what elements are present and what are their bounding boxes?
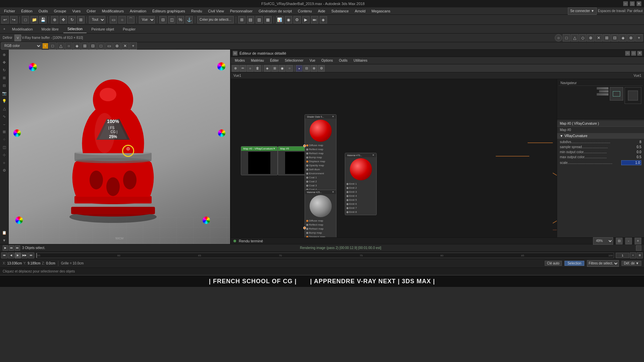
ch-icon7[interactable]: ⊟ xyxy=(89,42,97,50)
rotate-btn[interactable]: ↻ xyxy=(68,16,76,23)
menu-arnold[interactable]: Arnold xyxy=(352,8,368,14)
prev-frame-btn[interactable]: ◀ xyxy=(8,252,14,258)
se-connecter-btn[interactable]: Se connecter ▼ xyxy=(568,7,597,15)
menu-vues[interactable]: Vues xyxy=(69,8,83,14)
circle-select-btn[interactable]: ○ xyxy=(118,16,126,23)
tool-nurbs[interactable]: ⌣ xyxy=(1,120,8,128)
close-btn[interactable]: ✕ xyxy=(637,1,641,6)
render-all-btn[interactable]: ⏭ xyxy=(311,16,318,23)
rect-select-btn[interactable]: ▭ xyxy=(110,16,117,23)
tool-light[interactable]: 💡 xyxy=(1,97,8,105)
tool-scale[interactable]: ⊞ xyxy=(1,74,8,81)
mat-minimize-btn[interactable]: ─ xyxy=(625,51,630,56)
tool-helpers[interactable]: ⊹ xyxy=(1,151,8,159)
ch-icon2[interactable]: □ xyxy=(49,42,56,50)
tool-compound[interactable]: ⊞ xyxy=(1,128,8,135)
next-frame-btn[interactable]: ▶▶ xyxy=(21,252,28,258)
sb-icon1[interactable]: ▶ xyxy=(3,245,8,251)
icon5[interactable]: ⊕ xyxy=(587,34,594,42)
menu-animation[interactable]: Animation xyxy=(127,8,149,14)
zoom-out-btn[interactable]: - xyxy=(625,238,632,244)
selection-btn[interactable]: Selection xyxy=(565,261,584,266)
new-btn[interactable]: □ xyxy=(22,16,29,23)
open-btn[interactable]: 📁 xyxy=(31,16,38,23)
scale-input[interactable] xyxy=(621,160,641,165)
rgb-channel-dropdown[interactable]: RGB color xyxy=(1,42,42,50)
snap-btn[interactable]: ⊟ xyxy=(159,16,167,23)
tab-peupler[interactable]: Peupler xyxy=(119,25,140,33)
mat-tb-btn4[interactable]: 🗑 xyxy=(254,65,261,72)
menu-aide[interactable]: Aide xyxy=(315,8,328,14)
undo-btn[interactable]: ↩ xyxy=(1,16,9,23)
node1-close[interactable]: ✕ xyxy=(273,147,275,150)
icon3[interactable]: △ xyxy=(571,34,578,42)
tool-spline[interactable]: ∿ xyxy=(1,113,8,120)
mat-tb-btn3[interactable]: ⟐ xyxy=(247,65,254,72)
mat-tb-btn10[interactable]: ⊟ xyxy=(303,65,310,72)
menu-megascans[interactable]: Megascans xyxy=(369,8,393,14)
ch-icon11[interactable]: ✕ xyxy=(121,42,129,50)
frame-input[interactable] xyxy=(616,253,629,258)
tool-move[interactable]: ✥ xyxy=(1,59,8,66)
mat-tb-btn9[interactable]: ⬥ xyxy=(296,65,303,72)
timeline-btn1[interactable]: + xyxy=(630,252,636,258)
channel-icon1[interactable]: S xyxy=(42,43,48,49)
tab-peinture[interactable]: Peinture objet xyxy=(87,25,118,33)
align3-btn[interactable]: ▦ xyxy=(264,16,272,23)
mat-tb-btn1[interactable]: ⊕ xyxy=(232,65,239,72)
tab-modelisation[interactable]: Modélisation xyxy=(8,25,37,33)
vray-icon[interactable]: V xyxy=(14,35,21,41)
mat-editor-btn[interactable]: ◉ xyxy=(285,16,292,23)
vue-dropdown[interactable]: Vue xyxy=(139,16,155,23)
play-fwd-btn[interactable]: ▶ xyxy=(15,252,21,258)
zoom-dropdown[interactable]: 49% xyxy=(593,237,613,245)
mat-menu-materiau[interactable]: Matériau xyxy=(248,58,267,63)
cle-auto-btn[interactable]: Clé auto xyxy=(545,261,562,266)
minimize-btn[interactable]: ─ xyxy=(623,1,628,6)
mat-tb-btn6[interactable]: ⊞ xyxy=(271,65,278,72)
maximize-btn[interactable]: □ xyxy=(630,1,635,6)
node-graph[interactable]: Map #0 - VRayCurvature ✕ Map #5 ✕ xyxy=(231,79,557,237)
ch-icon8[interactable]: □ xyxy=(97,42,105,50)
ch-icon6[interactable]: ⊞ xyxy=(81,42,89,50)
select-btn[interactable]: ⊕ xyxy=(51,16,58,23)
menu-creer[interactable]: Créer xyxy=(84,8,99,14)
graph-editor-btn[interactable]: 📊 xyxy=(276,16,283,23)
menu-generation-script[interactable]: Génération de script xyxy=(256,8,294,14)
menu-groupe[interactable]: Groupe xyxy=(51,8,69,14)
ch-icon5[interactable]: ◈ xyxy=(73,42,80,50)
ch-icon10[interactable]: ⊕ xyxy=(113,42,121,50)
redo-btn[interactable]: ↪ xyxy=(10,16,17,23)
icon9[interactable]: ◈ xyxy=(619,34,627,42)
mat-tb-btn11[interactable]: ⊕ xyxy=(311,65,317,72)
mat-menu-utilitaires[interactable]: Utilitaires xyxy=(351,58,370,63)
menu-modificateurs[interactable]: Modificateurs xyxy=(99,8,126,14)
tool-spacewarp[interactable]: ⟐ xyxy=(1,159,8,166)
mat-menu-selectionner[interactable]: Sélectionner xyxy=(282,58,306,63)
spinner-snap-btn[interactable]: ⚓ xyxy=(185,16,193,23)
tool-particles[interactable]: ⁘ xyxy=(1,136,8,143)
zoom-in-btn[interactable]: + xyxy=(635,238,641,244)
tab-mode-libre[interactable]: Mode libre xyxy=(38,25,63,33)
menu-rendu[interactable]: Rendu xyxy=(189,8,205,14)
tool-geo[interactable]: △ xyxy=(1,105,8,112)
render-setup-btn[interactable]: ⚙ xyxy=(293,16,301,23)
sb-icon3[interactable]: ⏭ xyxy=(15,245,20,251)
tool-scene-props[interactable]: 📋 xyxy=(1,229,8,236)
icon2[interactable]: □ xyxy=(563,34,570,42)
icon4[interactable]: ◇ xyxy=(579,34,586,42)
icon6[interactable]: ✕ xyxy=(595,34,602,42)
menu-editeurs[interactable]: Éditeurs graphiques xyxy=(150,8,188,14)
menu-edition[interactable]: Édition xyxy=(18,8,35,14)
icon8[interactable]: ⊟ xyxy=(611,34,619,42)
def-de-btn[interactable]: Déf. de ▼ xyxy=(622,261,641,266)
icon11[interactable]: + xyxy=(635,34,643,42)
ch-icon4[interactable]: ○ xyxy=(65,42,72,50)
node5-close[interactable]: ✕ xyxy=(372,154,374,157)
zoom-fit-btn[interactable]: ⊟ xyxy=(616,238,623,244)
menu-outils[interactable]: Outils xyxy=(36,8,51,14)
ch-icon9[interactable]: ▭ xyxy=(105,42,113,50)
tool-link[interactable]: ⊟ xyxy=(1,82,8,89)
lasso-select-btn[interactable]: ⌒ xyxy=(127,16,135,23)
active-shade-btn[interactable]: ◈ xyxy=(320,16,327,23)
